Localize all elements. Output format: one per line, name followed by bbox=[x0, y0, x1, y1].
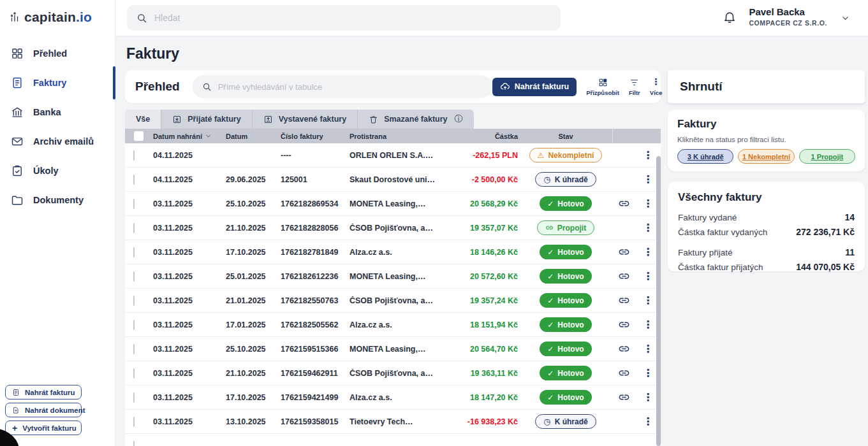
invoice-row[interactable]: 03.11.2025 17.10.2025 1762159421499 Alza… bbox=[125, 385, 661, 410]
cell-counterparty: Tietoevry Tech… bbox=[349, 417, 446, 426]
cell-amount: 19 363,11 Kč bbox=[446, 369, 519, 378]
row-checkbox[interactable] bbox=[133, 368, 135, 378]
upload-invoice-primary-button[interactable]: Nahrát fakturu bbox=[492, 78, 577, 96]
tab-smazane-faktury[interactable]: Smazané faktury ⓘ bbox=[358, 110, 473, 129]
chip-nekompletni[interactable]: 1 Nekompletní bbox=[738, 149, 794, 164]
sidebar-item-ukoly[interactable]: Úkoly bbox=[0, 156, 115, 185]
status-badge[interactable]: ✓ Hotovo bbox=[540, 196, 591, 211]
invoice-row[interactable]: 03.11.2025 21.10.2025 1762182828056 ČSOB… bbox=[125, 216, 661, 240]
row-checkbox[interactable] bbox=[133, 392, 135, 403]
row-checkbox[interactable] bbox=[133, 320, 135, 330]
search-icon bbox=[136, 13, 147, 24]
status-badge[interactable]: ◷ K úhradě bbox=[535, 172, 596, 187]
select-all-cell bbox=[125, 131, 153, 141]
create-invoice-button[interactable]: + Vytvořit fakturu bbox=[5, 421, 82, 435]
row-checkbox[interactable] bbox=[133, 296, 135, 306]
status-badge[interactable]: ⚠ Nekompletní bbox=[529, 148, 603, 162]
user-menu[interactable]: Pavel Backa COMPACER CZ S.R.O. bbox=[749, 6, 827, 27]
global-search[interactable] bbox=[127, 5, 561, 31]
invoice-row[interactable]: 03.11.2025 25.10.2025 1762159515366 MONE… bbox=[125, 337, 661, 361]
invoice-row[interactable]: 03.11.2025 17.01.2025 1762182505562 Alza… bbox=[125, 313, 661, 337]
row-checkbox[interactable] bbox=[133, 417, 135, 427]
global-search-input[interactable] bbox=[154, 13, 551, 23]
invoice-row[interactable]: 03.11.2025 21.10.2025 1762159462911 ČSOB… bbox=[125, 361, 661, 385]
row-checkbox[interactable] bbox=[133, 441, 135, 446]
row-checkbox[interactable] bbox=[133, 175, 135, 185]
info-icon[interactable]: ⓘ bbox=[455, 113, 463, 125]
stat-row: Částka faktur přijatých 144 070,05 Kč bbox=[678, 262, 855, 272]
status-label: Propojit bbox=[557, 224, 586, 233]
table-search-input[interactable] bbox=[218, 82, 483, 92]
status-badge[interactable]: ✓ Hotovo bbox=[540, 366, 591, 380]
invoice-row-partial[interactable] bbox=[125, 434, 661, 446]
notifications-bell-icon[interactable] bbox=[723, 10, 737, 25]
row-checkbox[interactable] bbox=[133, 247, 135, 257]
status-badge[interactable]: Propojit bbox=[537, 220, 594, 235]
status-badge[interactable]: ✓ Hotovo bbox=[540, 269, 591, 284]
header-amount[interactable]: Částka bbox=[446, 133, 519, 140]
status-badge[interactable]: ✓ Hotovo bbox=[540, 293, 591, 308]
cell-amount: -262,15 PLN bbox=[446, 151, 519, 160]
select-all-checkbox[interactable] bbox=[133, 131, 144, 141]
status-badge[interactable]: ✓ Hotovo bbox=[540, 245, 591, 259]
cell-counterparty: ORLEN ORLEN S.A.… bbox=[349, 151, 446, 160]
cell-upload-date: 04.11.2025 bbox=[153, 151, 226, 160]
invoice-row[interactable]: 03.11.2025 17.10.2025 1762182781849 Alza… bbox=[125, 240, 661, 264]
chevron-down-icon[interactable] bbox=[841, 13, 850, 23]
cell-amount: -2 500,00 Kč bbox=[446, 175, 519, 184]
app-logo[interactable]: capitain.io bbox=[0, 0, 115, 25]
chip-propojit[interactable]: 1 Propojit bbox=[799, 149, 855, 164]
customize-button[interactable]: Přizpůsobit bbox=[586, 78, 619, 96]
link-icon[interactable] bbox=[618, 319, 630, 331]
status-badge[interactable]: ✓ Hotovo bbox=[540, 342, 591, 356]
cell-date: 21.10.2025 bbox=[226, 224, 281, 233]
tab-prijate-faktury[interactable]: Přijaté faktury bbox=[161, 110, 252, 129]
status-label: Hotovo bbox=[557, 393, 584, 402]
sidebar-item-banka[interactable]: Banka bbox=[0, 97, 115, 127]
cell-date: 13.10.2025 bbox=[226, 417, 281, 426]
row-checkbox-cell bbox=[125, 393, 153, 402]
row-checkbox[interactable] bbox=[133, 223, 135, 233]
row-checkbox[interactable] bbox=[133, 271, 135, 282]
tab-vystavene-faktury[interactable]: Vystavené faktury bbox=[253, 110, 358, 129]
link-icon[interactable] bbox=[618, 270, 630, 282]
link-icon[interactable] bbox=[618, 294, 630, 306]
invoice-row[interactable]: 04.11.2025 29.06.2025 125001 Skaut Doros… bbox=[125, 168, 661, 192]
invoice-row[interactable]: 03.11.2025 21.01.2025 1762182550763 ČSOB… bbox=[125, 289, 661, 313]
table-header: Datum nahrání Datum Číslo faktury Protis… bbox=[125, 129, 661, 143]
link-icon[interactable] bbox=[618, 198, 630, 210]
table-search[interactable] bbox=[193, 75, 492, 98]
sidebar-item-prehled[interactable]: Přehled bbox=[0, 39, 115, 68]
tab-vse[interactable]: Vše bbox=[125, 110, 161, 129]
sidebar-item-archiv-emailu[interactable]: Archiv emailů bbox=[0, 127, 115, 156]
header-upload-date[interactable]: Datum nahrání bbox=[153, 133, 226, 140]
upload-invoice-button[interactable]: Nahrát fakturu bbox=[5, 385, 82, 399]
header-status[interactable]: Stav bbox=[519, 133, 612, 140]
invoice-row[interactable]: 03.11.2025 25.10.2025 1762182869534 MONE… bbox=[125, 192, 661, 216]
row-checkbox[interactable] bbox=[133, 150, 135, 161]
page-title: Faktury bbox=[126, 45, 179, 62]
status-badge[interactable]: ✓ Hotovo bbox=[540, 390, 591, 405]
chip-k-uhrade[interactable]: 3 K úhradě bbox=[677, 149, 733, 164]
link-icon[interactable] bbox=[618, 343, 630, 355]
upload-document-button[interactable]: Nahrát dokument bbox=[5, 403, 82, 417]
invoice-row[interactable]: 03.11.2025 13.10.2025 1762159358015 Tiet… bbox=[125, 410, 661, 434]
status-badge[interactable]: ✓ Hotovo bbox=[540, 317, 591, 332]
invoice-row[interactable]: 04.11.2025 ---- ORLEN ORLEN S.A.… -262,1… bbox=[125, 143, 661, 168]
row-checkbox[interactable] bbox=[133, 344, 135, 354]
sidebar-item-faktury[interactable]: Faktury bbox=[0, 68, 115, 97]
table-scrollbar[interactable] bbox=[656, 156, 661, 446]
status-badge[interactable]: ◷ K úhradě bbox=[535, 414, 596, 429]
link-icon[interactable] bbox=[618, 367, 630, 379]
more-button[interactable]: ⋮ Více bbox=[650, 78, 663, 96]
filter-button[interactable]: Filtr bbox=[629, 78, 640, 96]
sidebar-item-dokumenty[interactable]: Dokumenty bbox=[0, 185, 115, 215]
header-date[interactable]: Datum bbox=[226, 133, 281, 140]
link-icon[interactable] bbox=[618, 391, 630, 403]
header-number[interactable]: Číslo faktury bbox=[281, 133, 349, 140]
row-checkbox[interactable] bbox=[133, 199, 135, 209]
header-counterparty[interactable]: Protistrana bbox=[349, 133, 446, 140]
link-icon[interactable] bbox=[618, 246, 630, 258]
sort-chevron-icon[interactable] bbox=[205, 133, 212, 140]
invoice-row[interactable]: 03.11.2025 25.01.2025 1762182612236 MONE… bbox=[125, 264, 661, 289]
